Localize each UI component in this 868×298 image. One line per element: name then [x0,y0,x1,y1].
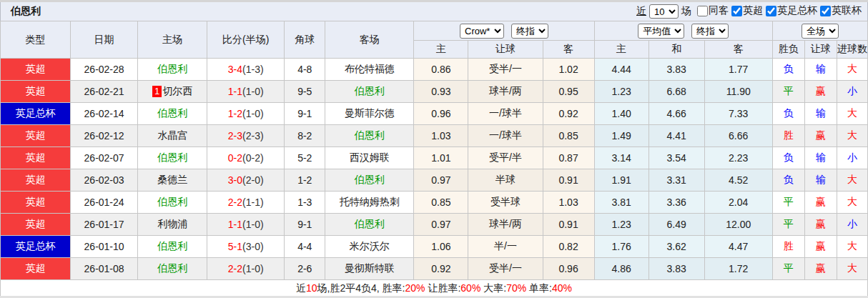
half-time-score: (3-0) [242,241,264,252]
filter-toolbar: 近 10 场 同客英超英足总杯英联杯 [636,4,862,19]
col-home: 主场 [138,21,207,59]
home-team-cell: 桑德兰 [138,169,207,192]
half-time-score: (1-0) [242,86,264,97]
handicap-away-odds: 0.92 [543,103,594,125]
near-link[interactable]: 近 [636,5,646,18]
full-time-score: 1-1 [228,86,242,97]
full-time-score: 1-1 [228,219,242,230]
header-selects-row: 类型 日期 主场 比分(半场) 角球 客场 Crow* 终指 平均值 终指 全场 [1,21,868,41]
home-team-cell: 伯恩利 [138,236,207,258]
result-wdl: 负 [772,103,804,125]
europe-kind-select[interactable]: 终指 [691,24,729,39]
result-goals: 大 [837,192,867,214]
match-row: 英足总杯26-01-10伯恩利5-1(3-0)4-4米尔沃尔1.06半/一0.8… [1,236,868,258]
away-team-name: 托特纳姆热刺 [340,196,400,207]
filter-英超[interactable]: 英超 [731,4,763,17]
filter-英足总杯[interactable]: 英足总杯 [766,4,817,17]
europe-away-odds: 2.23 [704,147,772,169]
filter-英联杯[interactable]: 英联杯 [820,4,862,17]
filter-label: 同客 [709,4,729,17]
summary-segment: 70% [506,282,526,294]
result-goals: 大 [837,236,867,258]
filter-同客[interactable]: 同客 [697,4,729,17]
handicap-away-odds: 0.87 [543,147,594,169]
result-wdl: 平 [772,192,804,214]
result-handicap: 赢 [804,125,837,147]
page-title: 伯恩利 [11,5,41,18]
match-row: 英超26-02-211切尔西1-1(1-0)9-5伯恩利0.93球半/两0.95… [1,81,868,103]
col-europe-away: 客 [704,41,772,59]
summary-segment: 近 [296,282,306,294]
match-row: 英超26-01-08伯恩利2-2(1-0)2-6曼彻斯特联0.92受半/一0.9… [1,258,868,280]
handicap-line: 半/一 [468,236,543,258]
full-time-score: 0-2 [228,152,242,164]
handicap-home-odds: 1.01 [414,147,468,169]
league-badge: 英超 [1,147,71,169]
col-europe-home: 主 [594,41,648,59]
home-team-name: 伯恩利 [157,262,187,274]
league-badge: 英超 [1,125,71,147]
handicap-line: 一/球半 [468,103,543,125]
home-team-cell: 伯恩利 [138,147,207,169]
half-time-score: (1-0) [242,219,264,230]
handicap-home-odds: 0.85 [414,192,468,214]
filter-checkbox[interactable] [820,6,831,16]
europe-home-odds: 1.76 [594,236,648,258]
europe-draw-odds: 4.66 [648,103,704,125]
result-handicap: 输 [804,169,837,192]
league-badge: 英超 [1,192,71,214]
league-badge: 英超 [1,81,71,103]
handicap-selects-cell: Crow* 终指 [414,21,594,41]
europe-draw-odds: 4.41 [648,125,704,147]
away-team-cell: 托特纳姆热刺 [325,192,414,214]
result-handicap: 赢 [804,192,837,214]
title-bar: 伯恩利 近 10 场 同客英超英足总杯英联杯 [0,2,868,21]
handicap-away-odds: 0.82 [543,236,594,258]
result-wdl: 胜 [772,236,804,258]
away-team-cell: 伯恩利 [325,125,414,147]
half-time-score: (2-0) [242,174,264,186]
europe-selects-cell: 平均值 终指 [594,21,772,41]
summary-segment: 大率: [480,282,506,294]
handicap-source-select[interactable]: Crow* [460,24,504,39]
away-team-cell: 布伦特福德 [325,59,414,81]
handicap-away-odds: 0.95 [543,81,594,103]
matches-suffix-label: 场 [681,5,691,18]
filter-label: 英足总杯 [777,4,817,17]
filter-checkbox[interactable] [697,6,708,16]
result-wdl: 负 [772,59,804,81]
col-score: 比分(半场) [207,21,285,59]
full-time-score: 2-2 [228,197,242,208]
score-cell: 1-1(1-0) [207,214,285,236]
europe-home-odds: 1.23 [594,81,648,103]
europe-home-odds: 1.23 [594,214,648,236]
away-team-name: 曼彻斯特联 [345,262,395,274]
handicap-line: 球半/两 [468,81,543,103]
europe-home-odds: 1.40 [594,103,648,125]
filter-checkbox[interactable] [731,6,742,16]
corner-cell: 9-1 [285,214,325,236]
europe-home-odds: 4.44 [594,59,648,81]
half-time-score: (1-1) [242,197,264,208]
handicap-home-odds: 0.97 [414,214,468,236]
result-goals: 大 [837,258,867,280]
result-scope-select[interactable]: 全场 [802,24,839,39]
away-team-name: 伯恩利 [355,129,385,141]
filter-checkbox[interactable] [766,6,776,16]
europe-source-select[interactable]: 平均值 [638,24,684,39]
summary-stats: 近10场,胜2平4负4, 胜率:20% 让胜率:60% 大率:70% 单率:40… [1,280,868,298]
match-row: 英超26-02-07伯恩利0-2(0-2)5-2西汉姆联1.01受平/半0.87… [1,147,868,169]
result-wdl: 负 [772,147,804,169]
filter-label: 英超 [743,4,763,17]
corner-cell: 8-2 [285,125,325,147]
result-select-cell: 全场 [772,21,867,41]
result-handicap: 输 [804,59,837,81]
handicap-away-odds: 0.91 [543,214,594,236]
home-team-cell: 伯恩利 [138,258,207,280]
half-time-score: (1-0) [242,263,264,274]
away-team-name: 米尔沃尔 [350,240,390,252]
col-date: 日期 [71,21,138,59]
handicap-kind-select[interactable]: 终指 [511,24,548,39]
match-count-select[interactable]: 10 [649,4,679,19]
away-team-cell: 伯恩利 [325,214,414,236]
